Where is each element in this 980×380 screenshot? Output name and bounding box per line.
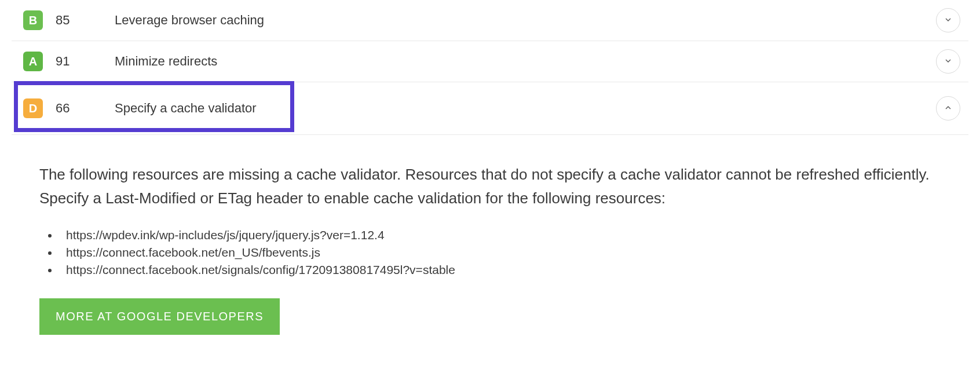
- grade-badge: B: [23, 10, 43, 30]
- chevron-down-icon: [944, 15, 953, 26]
- chevron-up-icon: [944, 103, 953, 114]
- rule-left: D 66 Specify a cache validator: [12, 98, 257, 118]
- rule-left: B 85 Leverage browser caching: [12, 10, 264, 30]
- rule-row-cache-validator[interactable]: D 66 Specify a cache validator: [12, 82, 968, 135]
- rule-row-minimize-redirects[interactable]: A 91 Minimize redirects: [12, 41, 968, 82]
- resource-list: https://wpdev.ink/wp-includes/js/jquery/…: [39, 226, 941, 279]
- rule-row-browser-caching[interactable]: B 85 Leverage browser caching: [12, 0, 968, 41]
- rule-name: Leverage browser caching: [115, 13, 264, 28]
- grade-badge: A: [23, 52, 43, 71]
- rule-left: A 91 Minimize redirects: [12, 52, 217, 71]
- expand-button[interactable]: [936, 8, 960, 32]
- collapse-button[interactable]: [936, 96, 960, 120]
- rule-score: 91: [56, 54, 79, 69]
- chevron-down-icon: [944, 56, 953, 67]
- resource-item: https://connect.facebook.net/en_US/fbeve…: [59, 244, 941, 261]
- rule-details-panel: The following resources are missing a ca…: [12, 135, 968, 352]
- rule-score: 66: [56, 101, 79, 116]
- resource-item: https://wpdev.ink/wp-includes/js/jquery/…: [59, 226, 941, 244]
- rule-score: 85: [56, 13, 79, 28]
- resource-item: https://connect.facebook.net/signals/con…: [59, 261, 941, 279]
- rule-name: Specify a cache validator: [115, 101, 257, 116]
- rule-name: Minimize redirects: [115, 54, 217, 69]
- expand-button[interactable]: [936, 49, 960, 74]
- grade-badge: D: [23, 98, 43, 118]
- rule-details-description: The following resources are missing a ca…: [39, 163, 941, 210]
- more-developers-button[interactable]: MORE AT GOOGLE DEVELOPERS: [39, 298, 280, 335]
